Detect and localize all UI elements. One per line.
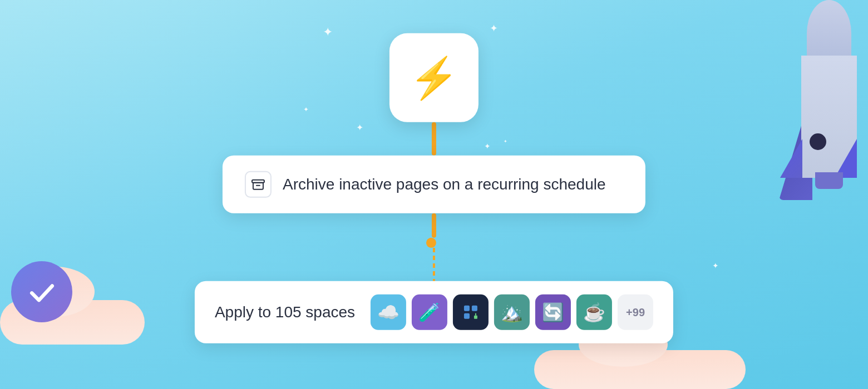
- sparkle-6: ✦: [712, 261, 719, 270]
- connector-middle: [429, 213, 439, 281]
- space-icon-3: [453, 295, 489, 330]
- connector-line-top: [432, 122, 436, 156]
- connector-dot: [426, 238, 436, 248]
- main-content: ⚡ Archive inactive pages on a recurring …: [195, 33, 673, 343]
- archive-icon: [250, 177, 266, 192]
- svg-rect-4: [474, 316, 477, 319]
- archive-card: Archive inactive pages on a recurring sc…: [223, 156, 645, 213]
- rocket-decoration: [757, 0, 868, 245]
- svg-rect-2: [472, 306, 477, 311]
- sparkle-2: ✦: [490, 22, 498, 34]
- connector-top: [432, 122, 436, 156]
- space-icon-1: ☁️: [371, 295, 406, 330]
- apply-card-text: Apply to 105 spaces: [215, 303, 355, 321]
- space-icon-more: +99: [618, 295, 653, 330]
- space-icon-4: 🏔️: [494, 295, 530, 330]
- space-icon-6: ☕: [576, 295, 612, 330]
- svg-rect-3: [464, 313, 470, 319]
- space-icon-5: 🔄: [535, 295, 571, 330]
- connector-dashed: [433, 248, 435, 281]
- space-icon-2: 🧪: [412, 295, 447, 330]
- extra-count-label: +99: [626, 306, 645, 318]
- archive-card-text: Archive inactive pages on a recurring sc…: [283, 176, 606, 193]
- lightning-card: ⚡: [389, 33, 479, 122]
- archive-icon-box: [245, 171, 272, 198]
- space-icons-list: ☁️ 🧪 🏔️ 🔄 ☕ +99: [371, 295, 653, 330]
- connector-line-middle: [432, 213, 436, 238]
- svg-rect-1: [464, 306, 470, 311]
- apply-card[interactable]: Apply to 105 spaces ☁️ 🧪 🏔️ 🔄 ☕ +99: [195, 281, 673, 343]
- check-circle-decoration: [11, 261, 72, 322]
- lightning-icon: ⚡: [409, 58, 459, 98]
